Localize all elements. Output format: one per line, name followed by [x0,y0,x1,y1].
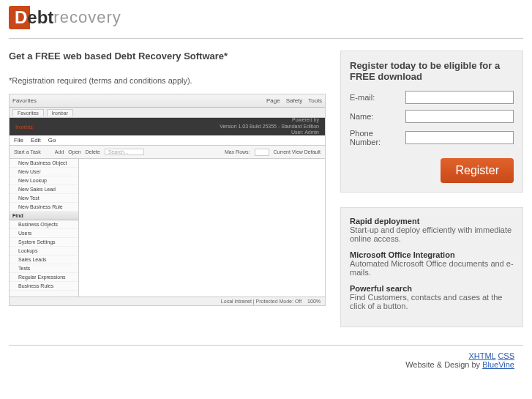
app-sidebar: New Business Object New User New Lookup … [10,159,79,297]
sidebar-item: New Sales Lead [10,185,78,194]
version: Version 1.03 Build 25355 - Standard Edit… [220,124,319,130]
sidebar-item: New Test [10,194,78,203]
app-toolbar: Start a Task Add Open Delete Search... M… [10,146,325,159]
browser-menu-page: Page [266,97,280,104]
sidebar-item: Regular Expressions [10,273,78,282]
app-main-area [79,159,325,297]
status-zoom: 100% [307,299,321,304]
delete-btn: Delete [85,149,100,154]
divider [9,38,523,39]
footer-credit: Website & Design by [405,360,482,369]
sidebar-item: Sales Leads [10,256,78,264]
feature-desc: Automated Microsoft Office documents and… [350,259,514,277]
menu-go: Go [48,137,56,143]
xhtml-link[interactable]: XHTML [468,351,495,360]
open-btn: Open [68,149,80,154]
app-header: Ironbiz Powered by Version 1.03 Build 25… [10,118,325,135]
tab-ironbar: Ironbar [47,109,73,116]
sidebar-item: New Business Rule [10,203,78,212]
status-bar: Local intranet | Protected Mode: Off 100… [10,297,325,305]
browser-menu-tools: Tools [308,97,322,104]
logo-recovery: recovery [53,8,121,26]
feature-desc: Find Customers, contacts and cases at th… [350,293,514,310]
sidebar-item: Tests [10,264,78,273]
phone-input[interactable] [405,131,514,144]
registration-note: *Registration required (terms and condit… [9,76,326,85]
current-view: Current View Default [274,149,321,154]
sidebar-item: Users [10,229,78,238]
sidebar-item: Business Objects [10,220,78,229]
bluevine-link[interactable]: BlueVine [482,360,514,369]
phone-label: Phone Number: [350,129,400,146]
max-rows: Max Rows: [225,149,250,154]
feature-title: Powerful search [350,284,514,293]
sidebar-item: Lookups [10,247,78,256]
start-task-label: Start a Task [14,149,41,154]
css-link[interactable]: CSS [498,351,514,360]
email-label: E-mail: [350,93,400,102]
sidebar-item: Business Rules [10,282,78,291]
register-heading: Register today to be eligible for a FREE… [350,60,514,82]
sidebar-item: New Lookup [10,176,78,185]
powered-by: Powered by [220,117,319,123]
favorites-label: Favorites [12,97,37,104]
sidebar-item: System Settings [10,238,78,247]
app-menu: File Edit Go [10,135,325,146]
logo: Debtrecovery [9,6,121,29]
feature-desc: Start-up and deploy efficiently with imm… [350,225,514,243]
footer: XHTML CSS Website & Design by BlueVine [9,345,523,375]
register-box: Register today to be eligible for a FREE… [340,51,523,193]
sidebar-item: New Business Object [10,159,78,168]
tab-favorites: Favorites [12,109,44,116]
app-screenshot: Favorites Page Safety Tools Favorites Ir… [9,94,326,306]
email-input[interactable] [405,91,514,104]
menu-file: File [14,137,23,143]
status-zone: Local intranet | Protected Mode: Off [221,299,301,304]
browser-tabs: Favorites Ironbar [10,108,325,118]
name-input[interactable] [405,110,514,123]
name-label: Name: [350,112,400,121]
app-brand: Ironbiz [15,124,33,130]
sidebar-item: New User [10,168,78,176]
browser-favbar: Favorites Page Safety Tools [10,94,325,108]
sidebar-section-find: Find [10,212,78,220]
menu-edit: Edit [31,137,41,143]
feature-title: Microsoft Office Integration [350,250,514,259]
add-btn: Add [55,149,64,154]
logo-ebt: ebt [27,7,53,27]
features-box: Rapid deployment Start-up and deploy eff… [340,207,523,327]
page-heading: Get a FREE web based Debt Recovery Softw… [9,51,326,61]
header: Debtrecovery [0,0,532,35]
search-field: Search... [105,149,144,155]
feature-title: Rapid deployment [350,217,514,225]
browser-menu-safety: Safety [286,97,303,104]
user-label: User: Admin [220,130,319,135]
register-button[interactable]: Register [441,158,514,183]
